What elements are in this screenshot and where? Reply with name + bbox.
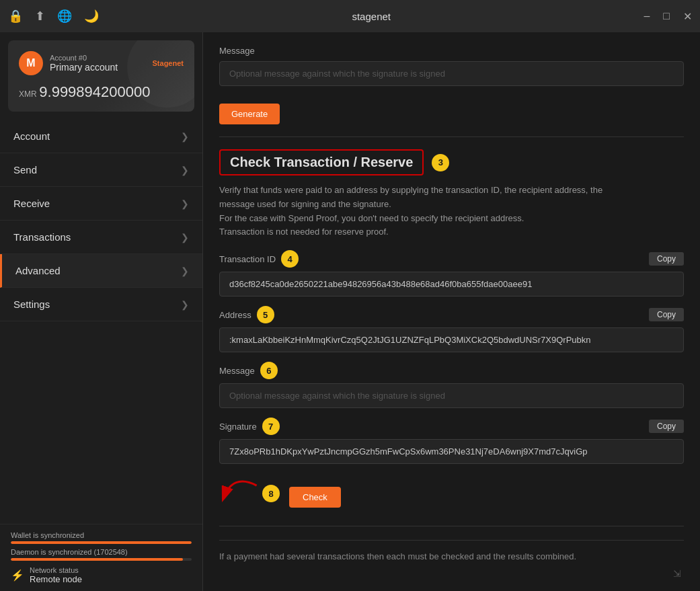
tx-id-label: Transaction ID 4 [219,250,299,268]
check-tx-desc-line4: Transaction is not needed for reserve pr… [219,227,389,237]
lock-icon[interactable]: 🔒 [8,9,23,24]
daemon-sync-status: Daemon is synchronized (1702548) [11,548,192,561]
titlebar: 🔒 ⬆ 🌐 🌙 stagenet – □ ✕ [0,0,700,32]
sidebar-item-settings-label: Settings [13,299,50,310]
tx-id-copy-button[interactable]: Copy [649,252,684,266]
sidebar-item-send[interactable]: Send ❯ [0,153,202,187]
message-input[interactable] [219,383,684,408]
resize-area: ⇲ [219,561,684,582]
sidebar-item-transactions[interactable]: Transactions ❯ [0,221,202,254]
address-label: Address 5 [219,306,274,323]
signature-copy-button[interactable]: Copy [649,420,684,433]
monero-logo: M [19,51,43,75]
message-label: Message 6 [219,362,278,379]
resize-handle-icon[interactable]: ⇲ [673,568,681,579]
wallet-balance-amount: 9.999894200000 [39,83,150,100]
nav-items: Account ❯ Send ❯ Receive ❯ Transactions … [0,120,202,524]
check-button-row: 8 Check [219,473,684,514]
tx-id-input[interactable] [219,272,684,297]
step-badge-7: 7 [262,418,280,435]
titlebar-controls: – □ ✕ [644,10,692,23]
wallet-balance: XMR 9.999894200000 [19,83,184,101]
status-bar: Wallet is synchronized Daemon is synchro… [0,524,202,591]
daemon-sync-fill [11,558,183,561]
sidebar-item-account[interactable]: Account ❯ [0,120,202,153]
check-tx-desc-line1: Verify that funds were paid to an addres… [219,185,602,195]
step-badge-6: 6 [260,362,278,379]
close-icon[interactable]: ✕ [683,10,692,23]
wallet-card: M Account #0 Primary account Stagenet XM… [8,40,194,112]
signature-label-text: Signature [219,422,257,432]
minimize-icon[interactable]: – [644,10,650,22]
sidebar-item-receive[interactable]: Receive ❯ [0,187,202,221]
chevron-right-icon: ❯ [181,198,189,209]
divider-2 [219,526,684,526]
wallet-account-name: Primary account [50,62,146,73]
step-badge-4: 4 [281,250,299,268]
daemon-sync-track [11,558,192,561]
tx-id-label-text: Transaction ID [219,254,276,264]
wallet-balance-label: XMR [19,89,37,99]
moon-icon[interactable]: 🌙 [84,9,99,24]
red-arrow-icon [214,468,266,520]
address-input[interactable] [219,327,684,352]
sidebar-item-send-label: Send [13,164,37,175]
top-message-section: Message [219,46,684,86]
check-tx-desc-line3: For the case with Spend Proof, you don't… [219,213,524,223]
content-area: Message Generate Check Transaction / Res… [203,32,700,591]
sidebar-item-settings[interactable]: Settings ❯ [0,288,202,321]
address-label-row: Address 5 Copy [219,306,684,323]
message-field: Message 6 [219,362,684,408]
sidebar: M Account #0 Primary account Stagenet XM… [0,32,203,591]
address-copy-button[interactable]: Copy [649,308,684,321]
chevron-right-icon: ❯ [181,232,189,243]
wallet-network-badge: Stagenet [153,59,184,67]
step-badge-5: 5 [257,306,274,323]
sidebar-item-advanced[interactable]: Advanced ❯ [0,254,202,288]
check-tx-desc-line2: message used for signing and the signatu… [219,199,391,209]
signature-input[interactable] [219,439,684,464]
check-tx-header: Check Transaction / Reserve 3 [219,149,684,175]
export-icon[interactable]: ⬆ [35,9,45,24]
message-label-row: Message 6 [219,362,684,379]
chevron-right-icon: ❯ [181,299,189,310]
globe-icon[interactable]: 🌐 [57,9,72,24]
message-label-text: Message [219,366,255,376]
wallet-sync-track [11,541,192,544]
sidebar-item-advanced-label: Advanced [15,265,61,276]
sidebar-item-receive-label: Receive [13,198,50,209]
tx-id-field: Transaction ID 4 Copy [219,250,684,297]
footer-note: If a payment had several transactions th… [219,540,684,561]
signature-label: Signature 7 [219,418,280,435]
divider-1 [219,136,684,137]
network-status: ⚡ Network status Remote node [11,566,192,584]
wallet-info: Account #0 Primary account [50,54,146,73]
lightning-icon: ⚡ [11,569,24,582]
wallet-sync-fill [11,541,192,544]
main-layout: M Account #0 Primary account Stagenet XM… [0,32,700,591]
check-tx-title: Check Transaction / Reserve [219,149,424,175]
network-info-value: Remote node [30,574,82,584]
wallet-sync-label: Wallet is synchronized [11,531,192,539]
check-tx-description: Verify that funds were paid to an addres… [219,184,684,239]
network-info-label: Network status [30,566,82,574]
wallet-sync-status: Wallet is synchronized [11,531,192,544]
top-message-input[interactable] [219,61,684,86]
address-field: Address 5 Copy [219,306,684,352]
titlebar-left-icons: 🔒 ⬆ 🌐 🌙 [8,9,99,24]
sidebar-item-transactions-label: Transactions [13,231,71,243]
maximize-icon[interactable]: □ [663,10,670,22]
signature-label-row: Signature 7 Copy [219,418,684,435]
wallet-header: M Account #0 Primary account Stagenet [19,51,184,75]
tx-id-label-row: Transaction ID 4 Copy [219,250,684,268]
titlebar-title: stagenet [352,11,391,22]
generate-button[interactable]: Generate [219,104,280,124]
top-message-label: Message [219,46,684,56]
wallet-account-num: Account #0 [50,54,146,62]
chevron-right-icon: ❯ [181,266,189,276]
step-badge-3: 3 [432,154,449,171]
sidebar-item-account-label: Account [13,130,50,142]
signature-field: Signature 7 Copy [219,418,684,464]
check-button[interactable]: Check [289,487,341,508]
chevron-right-icon: ❯ [181,165,189,175]
